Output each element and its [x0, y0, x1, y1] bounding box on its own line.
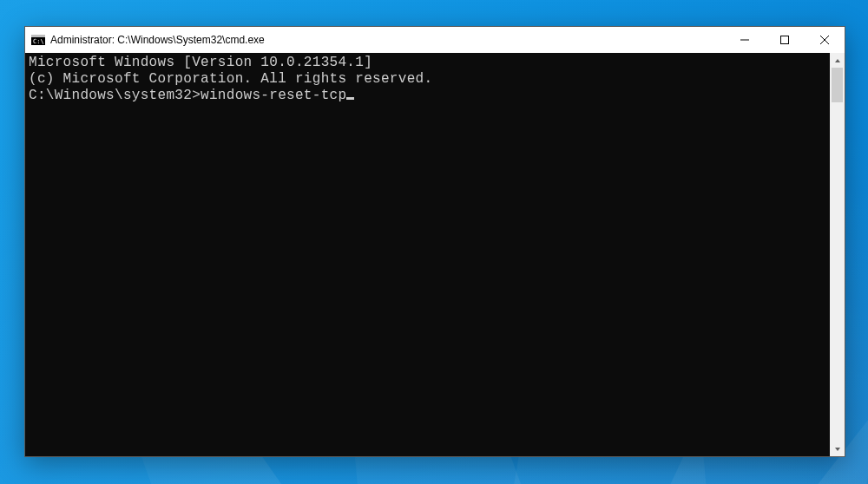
maximize-button[interactable]: [765, 27, 805, 53]
client-area: Microsoft Windows [Version 10.0.21354.1]…: [25, 53, 845, 456]
terminal-line: (c) Microsoft Corporation. All rights re…: [29, 71, 826, 88]
terminal-output[interactable]: Microsoft Windows [Version 10.0.21354.1]…: [25, 53, 830, 456]
svg-marker-7: [835, 59, 840, 62]
titlebar[interactable]: C:\ Administrator: C:\Windows\System32\c…: [25, 27, 845, 53]
cmd-icon: C:\: [31, 33, 45, 47]
scroll-up-button[interactable]: [830, 53, 845, 68]
svg-marker-8: [835, 448, 840, 451]
cursor-icon: [346, 97, 354, 100]
terminal-prompt-line: C:\Windows\system32>windows-reset-tcp: [29, 88, 826, 104]
svg-rect-4: [781, 36, 789, 44]
terminal-line: Microsoft Windows [Version 10.0.21354.1]: [29, 55, 826, 71]
window-title: Administrator: C:\Windows\System32\cmd.e…: [50, 34, 265, 46]
command-text: windows-reset-tcp: [201, 88, 346, 103]
svg-text:C:\: C:\: [33, 38, 44, 45]
prompt-text: C:\Windows\system32>: [29, 88, 201, 103]
svg-rect-1: [31, 35, 45, 37]
scroll-down-button[interactable]: [830, 441, 845, 456]
minimize-button[interactable]: [725, 27, 765, 53]
scroll-thumb[interactable]: [832, 68, 843, 102]
vertical-scrollbar[interactable]: [830, 53, 845, 456]
cmd-window: C:\ Administrator: C:\Windows\System32\c…: [24, 26, 845, 457]
close-button[interactable]: [805, 27, 845, 53]
